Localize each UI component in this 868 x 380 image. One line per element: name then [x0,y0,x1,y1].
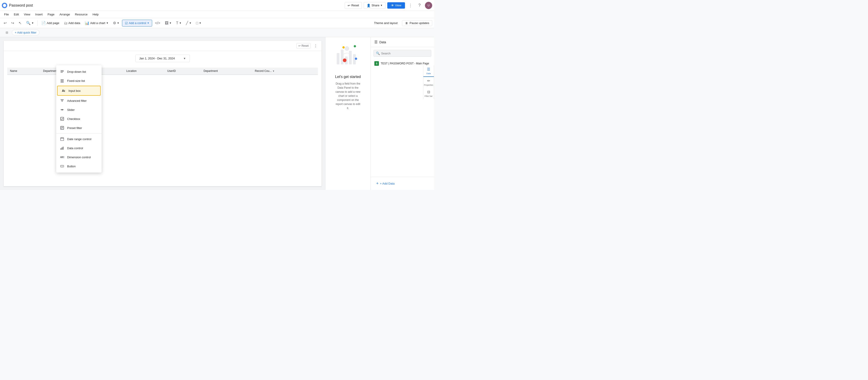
ds-icon: S [374,61,379,66]
filter-icon-button[interactable]: ⊟ [4,29,10,36]
cursor-tool-button[interactable]: ↖ [17,20,23,26]
view-button[interactable]: 👁 View [387,2,405,9]
vis-chart [335,44,362,67]
dropdown-item-date-range-control[interactable]: Date range control [56,134,101,144]
undo-icon: ↩ [4,21,7,25]
svg-rect-32 [62,147,62,150]
canvas-page: ↩ Reset ⋮ Jan 1, 2024 - Dec 31, 2024 ▼ [4,41,321,186]
col-userid[interactable]: UserID [165,68,201,74]
properties-tab-icon: ✏ [427,79,430,83]
sidebar-tabs: ☰ Data ✏ Properties ⊟ Filter bar [423,65,434,99]
col-name[interactable]: Name [7,68,40,74]
search-icon: 🔍 [376,52,380,55]
add-page-button[interactable]: 📄 Add page [39,20,61,26]
community-button[interactable]: ⚙ ▼ [111,20,121,26]
zoom-icon: 🔍 [26,21,31,25]
undo-button[interactable]: ↩ [2,20,8,26]
svg-rect-27 [61,138,64,140]
svg-rect-13 [61,80,64,80]
slider-icon [60,107,64,112]
tab-filter-bar[interactable]: ⊟ Filter bar [423,88,434,99]
svg-rect-1 [341,50,343,64]
top-bar-right: ↩ Reset 👤 Share ▼ 👁 View ⋮ ? U [345,2,432,9]
report-reset-button[interactable]: ↩ Reset [297,43,311,49]
dropdown-item-input-box[interactable]: Aı Input box [57,86,101,96]
add-data-button[interactable]: 🗂 Add data [62,20,82,26]
svg-point-9 [343,59,346,62]
theme-layout-button[interactable]: Theme and layout [371,21,400,26]
menu-page[interactable]: Page [45,12,57,17]
add-icon: + [376,181,379,186]
tab-properties[interactable]: ✏ Properties [423,77,434,88]
text-button[interactable]: T ▼ [174,20,183,26]
menu-view[interactable]: View [22,12,32,17]
svg-point-7 [342,46,345,49]
dropdown-item-fixed-size-list[interactable]: Fixed-size list [56,76,101,85]
reset-button[interactable]: ↩ Reset [345,2,362,9]
dropdown-item-advanced-filter[interactable]: Advanced filter [56,96,101,105]
chevron-down-icon: ▼ [117,22,119,24]
menu-bar: File Edit View Insert Page Arrange Resou… [0,11,434,18]
get-started-title: Let's get started [335,75,361,79]
chevron-down-icon: ▼ [183,57,186,60]
main-content: ↩ Reset ⋮ Jan 1, 2024 - Dec 31, 2024 ▼ [0,37,434,190]
chevron-down-icon: ▼ [380,4,382,7]
add-quick-filter-button[interactable]: + Add quick filter [12,30,39,35]
get-started-desc: Drag a field from the Data Panel to the … [335,82,362,110]
input-box-icon: Aı [61,88,66,93]
data-source-item[interactable]: S TEST | PASSWORD POST - Main Page [373,59,431,68]
zoom-button[interactable]: 🔍 ▼ [24,20,36,26]
dropdown-item-slider[interactable]: Slider [56,105,101,114]
report-more-button[interactable]: ⋮ [312,43,319,49]
shape-icon: □ [196,21,198,25]
chevron-down-icon: ▼ [147,22,149,24]
add-chart-button[interactable]: 📊 Add a chart ▼ [83,20,110,26]
menu-arrange[interactable]: Arrange [57,12,72,17]
svg-rect-16 [61,82,64,83]
divider-1 [37,21,38,26]
svg-rect-17 [61,99,64,100]
top-bar-left: Password post [2,3,33,8]
dropdown-item-data-control[interactable]: Data control [56,144,101,153]
menu-insert[interactable]: Insert [33,12,45,17]
help-button[interactable]: ? [416,2,423,9]
image-button[interactable]: 🖼 ▼ [163,20,174,26]
menu-resource[interactable]: Resource [72,12,90,17]
col-location[interactable]: Location [124,68,165,74]
add-control-button[interactable]: ☑ Add a control ▼ [122,20,152,27]
share-button[interactable]: 👤 Share ▼ [364,2,385,9]
top-bar: Password post ↩ Reset 👤 Share ▼ 👁 View ⋮… [0,0,434,11]
line-button[interactable]: ╱ ▼ [184,20,193,26]
dropdown-item-dimension-control[interactable]: ABC Dimension control [56,153,101,162]
preset-filter-icon [60,126,64,130]
image-icon: 🖼 [165,21,168,25]
add-data-button[interactable]: + + Add Data [373,180,397,187]
menu-file[interactable]: File [2,12,11,17]
chevron-down-icon: ▼ [169,22,172,24]
cursor-icon: ↖ [19,21,22,25]
embed-code-button[interactable]: </> [153,20,162,26]
svg-rect-12 [61,72,63,72]
menu-help[interactable]: Help [90,12,101,17]
dropdown-item-button[interactable]: Button [56,162,101,171]
menu-edit[interactable]: Edit [11,12,21,17]
filter-icon: ⊟ [6,31,8,34]
search-input[interactable] [381,52,429,55]
more-options-button[interactable]: ⋮ [407,2,414,9]
checkbox-icon [60,117,64,121]
date-range-filter[interactable]: Jan 1, 2024 - Dec 31, 2024 ▼ [135,55,190,62]
shape-button[interactable]: □ ▼ [194,20,203,26]
col-department2[interactable]: Department [201,68,252,74]
dropdown-item-dropdown-list[interactable]: Drop-down list [56,67,101,76]
pause-updates-button[interactable]: ⏸ Pause updates [402,20,432,26]
dropdown-item-checkbox[interactable]: Checkbox [56,114,101,123]
avatar[interactable]: U [425,2,432,9]
date-filter-container: Jan 1, 2024 - Dec 31, 2024 ▼ [4,51,321,66]
chevron-down-icon: ▼ [106,22,108,24]
redo-button[interactable]: ↪ [9,20,16,26]
svg-rect-22 [61,117,64,120]
col-record-count[interactable]: Record Cou... ▼ [252,68,318,74]
tab-data[interactable]: ☰ Data [423,65,434,77]
dropdown-item-preset-filter[interactable]: Preset filter [56,123,101,132]
dimension-control-icon: ABC [60,155,64,159]
